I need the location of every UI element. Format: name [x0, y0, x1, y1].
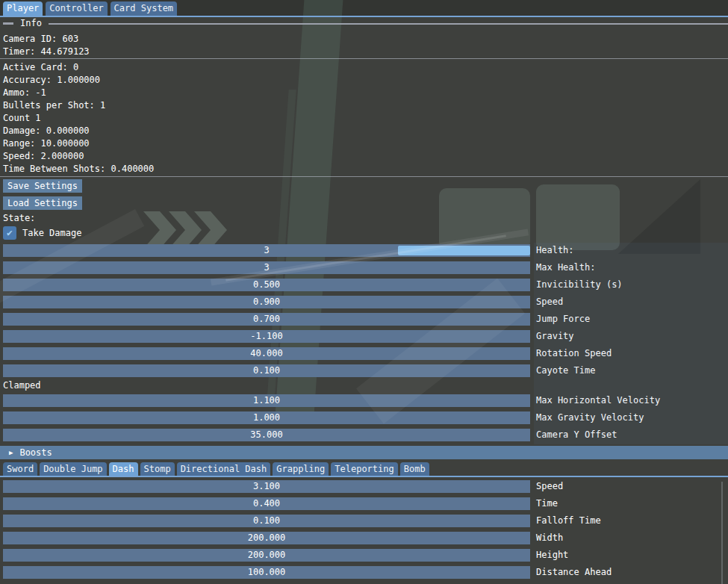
- tab-dash[interactable]: Dash: [109, 462, 138, 476]
- info-line: Accuracy: 1.000000: [3, 74, 154, 87]
- info-line: Bullets per Shot: 1: [3, 99, 154, 112]
- tab-label: Stomp: [144, 464, 171, 474]
- slider-value: -1.100: [3, 330, 530, 343]
- boosts-header-label: Boosts: [19, 447, 52, 458]
- info-line: Speed: 2.000000: [3, 150, 154, 163]
- tab-card-system[interactable]: Card System: [111, 1, 177, 16]
- slider-max-health: 3 Max Health:: [3, 261, 728, 274]
- slider-label: Gravity: [536, 330, 574, 343]
- take-damage-row: ✔ Take Damage: [3, 226, 81, 240]
- camera-info-block: Camera ID: 603Timer: 44.679123: [3, 33, 90, 58]
- slider-bar[interactable]: 40.000: [3, 347, 530, 360]
- slider-bar[interactable]: 3.100: [3, 480, 530, 493]
- slider-jump-force: 0.700 Jump Force: [3, 313, 728, 326]
- tab-label: Teleporting: [335, 464, 393, 474]
- slider-max-horizontal-velocity: 1.100 Max Horizontal Velocity: [3, 394, 728, 407]
- state-label: State:: [3, 214, 35, 223]
- tab-label: Grappling: [276, 464, 325, 474]
- info-line: Camera ID: 603: [3, 33, 90, 46]
- tab-double-jump[interactable]: Double Jump: [40, 462, 106, 476]
- tab-sword[interactable]: Sword: [3, 462, 37, 476]
- slider-camera-y-offset: 35.000 Camera Y Offset: [3, 429, 728, 441]
- tab-label: Directional Dash: [181, 464, 267, 474]
- tab-label: Bomb: [404, 464, 426, 474]
- slider-value: 200.000: [3, 532, 530, 544]
- info-separator: Info: [0, 19, 728, 28]
- boosts-tabbar-underline: [0, 476, 728, 477]
- player-sliders: 3 Health: 3 Max Health: 0.500: [3, 244, 728, 382]
- tab-player[interactable]: Player: [3, 1, 43, 16]
- tab-label: Player: [7, 3, 39, 13]
- slider-rotation-speed: 40.000 Rotation Speed: [3, 347, 728, 360]
- save-settings-button[interactable]: Save Settings: [3, 179, 82, 193]
- slider-speed: 0.900 Speed: [3, 296, 728, 308]
- slider-bar[interactable]: 0.100: [3, 515, 530, 527]
- tab-bomb[interactable]: Bomb: [400, 462, 429, 476]
- slider-height: 200.000 Height: [3, 549, 728, 562]
- check-icon: ✔: [3, 226, 16, 240]
- boosts-tabbar: Sword Double Jump Dash Stomp Directional…: [3, 462, 429, 476]
- slider-label: Speed: [536, 296, 563, 308]
- slider-label: Distance Ahead: [536, 566, 612, 579]
- slider-bar[interactable]: 3: [3, 261, 530, 274]
- slider-boost-speed: 3.100 Speed: [3, 480, 728, 493]
- slider-width: 200.000 Width: [3, 532, 728, 544]
- tab-teleporting[interactable]: Teleporting: [331, 462, 397, 476]
- debug-window: Player Controller Card System Info Camer…: [0, 0, 728, 584]
- slider-label: Health:: [536, 244, 574, 257]
- clamped-sliders: 1.100 Max Horizontal Velocity 1.000 Max …: [3, 394, 728, 446]
- slider-gravity: -1.100 Gravity: [3, 330, 728, 343]
- info-line: Active Card: 0: [3, 61, 154, 74]
- slider-falloff-time: 0.100 Falloff Time: [3, 515, 728, 527]
- tab-stomp[interactable]: Stomp: [140, 462, 175, 476]
- take-damage-checkbox[interactable]: ✔: [3, 226, 16, 240]
- tabbar-underline: [0, 16, 728, 17]
- slider-bar[interactable]: 0.500: [3, 279, 530, 291]
- slider-bar[interactable]: 0.900: [3, 296, 530, 308]
- slider-boost-time: 0.400 Time: [3, 497, 728, 510]
- separator-dash: [3, 22, 13, 25]
- tab-directional-dash[interactable]: Directional Dash: [177, 462, 271, 476]
- slider-bar[interactable]: 1.000: [3, 411, 530, 424]
- slider-bar[interactable]: 1.100: [3, 394, 530, 407]
- slider-label: Max Health:: [536, 261, 595, 274]
- slider-bar[interactable]: 35.000: [3, 429, 530, 441]
- slider-value: 35.000: [3, 429, 530, 441]
- slider-label: Height: [536, 549, 568, 562]
- load-settings-button[interactable]: Load Settings: [3, 196, 82, 210]
- slider-label: Width: [536, 532, 563, 544]
- info-line: Damage: 0.000000: [3, 125, 154, 137]
- player-panel: Player Controller Card System Info Camer…: [0, 0, 728, 584]
- slider-max-gravity-velocity: 1.000 Max Gravity Velocity: [3, 411, 728, 424]
- slider-bar[interactable]: 0.100: [3, 364, 530, 377]
- tab-controller[interactable]: Controller: [46, 1, 107, 16]
- slider-value: 3: [3, 244, 530, 257]
- separator: [0, 176, 728, 177]
- slider-value: 0.500: [3, 279, 530, 291]
- slider-bar[interactable]: 3: [3, 244, 530, 257]
- slider-bar[interactable]: 200.000: [3, 549, 530, 562]
- info-line: Range: 10.000000: [3, 137, 154, 150]
- slider-invicibility: 0.500 Invicibility (s): [3, 279, 728, 291]
- main-tabbar: Player Controller Card System: [3, 1, 177, 16]
- collapsed-arrow-icon: ▶: [9, 446, 13, 459]
- slider-value: 0.400: [3, 497, 530, 510]
- slider-label: Speed: [536, 480, 563, 493]
- slider-bar[interactable]: 200.000: [3, 532, 530, 544]
- slider-value: 0.100: [3, 515, 530, 527]
- separator: [0, 58, 728, 59]
- info-line: Timer: 44.679123: [3, 46, 90, 58]
- slider-cayote-time: 0.100 Cayote Time: [3, 364, 728, 377]
- tab-label: Double Jump: [43, 464, 102, 474]
- tab-grappling[interactable]: Grappling: [273, 462, 329, 476]
- slider-bar[interactable]: 100.000: [3, 566, 530, 579]
- slider-label: Jump Force: [536, 313, 590, 326]
- slider-value: 0.900: [3, 296, 530, 308]
- slider-bar[interactable]: -1.100: [3, 330, 530, 343]
- slider-bar[interactable]: 0.400: [3, 497, 530, 510]
- tab-label: Card System: [114, 3, 173, 13]
- slider-bar[interactable]: 0.700: [3, 313, 530, 326]
- slider-value: 1.100: [3, 394, 530, 407]
- info-line: Time Between Shots: 0.400000: [3, 163, 154, 175]
- boosts-header[interactable]: ▶ Boosts: [0, 446, 728, 459]
